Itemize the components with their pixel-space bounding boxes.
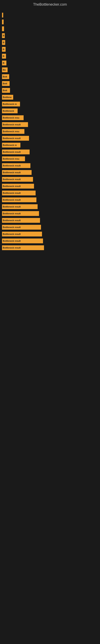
bar-3 [2, 26, 4, 31]
bar-20: Bottleneck re [2, 143, 20, 148]
bar-label-9: Bo [3, 69, 6, 71]
bar-13: Bottlene [2, 95, 13, 100]
bar-label-12: Bott [3, 89, 7, 92]
bar-24: Bottleneck result [2, 170, 32, 175]
bar-row: Bottleneck result [2, 163, 98, 168]
bar-row: Bottleneck result [2, 238, 98, 244]
bar-label-18: Bottleneck resu [3, 130, 19, 132]
bar-5: B [2, 40, 5, 45]
bar-row: B [2, 53, 98, 59]
bar-12: Bott [2, 88, 10, 93]
bar-35: Bottleneck result [2, 245, 44, 250]
bar-23: Bottleneck result [2, 163, 30, 168]
bar-row: Bottleneck result [2, 218, 98, 223]
bar-row: Bottleneck result [2, 211, 98, 216]
bar-row: Bottleneck result [2, 149, 98, 155]
bar-row: Bottleneck resu [2, 128, 98, 134]
bar-label-14: Bottleneck re [3, 103, 17, 105]
bar-label-10: Bott [3, 76, 7, 78]
bar-row: Bott [2, 88, 98, 93]
bar-9: Bo [2, 68, 8, 72]
bar-label-23: Bottleneck result [3, 164, 21, 167]
bar-28: Bottleneck result [2, 198, 36, 202]
bar-row [2, 19, 98, 25]
bar-label-13: Bottlene [3, 96, 12, 98]
bar-row: Bottleneck result [2, 183, 98, 189]
bar-10: Bott [2, 74, 9, 79]
bar-label-8: B [3, 62, 4, 64]
bar-row: Bottleneck re [2, 101, 98, 107]
bar-label-24: Bottleneck result [3, 171, 21, 174]
bar-row: Bott [2, 74, 98, 80]
bar-label-28: Bottleneck result [3, 199, 21, 201]
bar-label-27: Bottleneck result [3, 192, 21, 194]
bar-label-34: Bottleneck result [3, 240, 21, 242]
bars-container: BBBBBBoBottBottBottBottleneBottleneck re… [0, 8, 100, 254]
bar-row: B [2, 46, 98, 52]
bar-row: Bottlene [2, 94, 98, 100]
bar-label-29: Bottleneck result [3, 206, 21, 208]
bar-label-4: B [3, 34, 4, 37]
bar-16: Bottleneck resu [2, 115, 24, 120]
bar-4: B [2, 33, 5, 38]
bar-row: Bottleneck result [2, 245, 98, 250]
bar-label-5: B [3, 41, 4, 44]
bar-label-22: Bottleneck resu [3, 158, 19, 160]
bar-14: Bottleneck re [2, 102, 20, 106]
bar-21: Bottleneck result [2, 150, 30, 154]
bar-label-7: B [3, 55, 4, 57]
bar-label-16: Bottleneck resu [3, 116, 19, 119]
bar-row: Bottleneck result [2, 224, 98, 230]
bar-row: Bottleneck result [2, 176, 98, 182]
bar-row: Bo [2, 67, 98, 73]
bar-7: B [2, 54, 6, 58]
bar-row: Bottleneck resu [2, 115, 98, 120]
bar-row: Bottleneck result [2, 231, 98, 237]
bar-row: Bottleneck result [2, 190, 98, 196]
bar-label-31: Bottleneck result [3, 219, 21, 222]
bar-label-11: Bott [3, 82, 7, 85]
bar-33: Bottleneck result [2, 232, 42, 236]
site-title: TheBottlenecker.com [0, 0, 100, 8]
bar-row: Bottleneck result [2, 170, 98, 175]
bar-18: Bottleneck resu [2, 129, 24, 134]
bar-1 [2, 13, 3, 18]
bar-row: Bott [2, 81, 98, 86]
bar-label-19: Bottleneck result [3, 137, 21, 140]
bar-label-17: Bottleneck result [3, 123, 21, 126]
bar-row: Bottleneck result [2, 122, 98, 128]
bar-label-35: Bottleneck result [3, 246, 21, 249]
bar-27: Bottleneck result [2, 190, 36, 196]
bar-row: B [2, 60, 98, 66]
bar-25: Bottleneck result [2, 177, 33, 182]
bar-30: Bottleneck result [2, 211, 39, 216]
bar-row: B [2, 40, 98, 45]
bar-2 [2, 20, 3, 24]
bar-label-20: Bottleneck re [3, 144, 17, 146]
bar-label-6: B [3, 48, 4, 50]
bar-label-26: Bottleneck result [3, 185, 21, 187]
bar-row: Bottleneck resu [2, 156, 98, 162]
bar-label-15: Bottleneck [3, 110, 14, 112]
bar-row: Bottleneck [2, 108, 98, 114]
bar-19: Bottleneck result [2, 136, 29, 141]
bar-34: Bottleneck result [2, 238, 43, 243]
bar-17: Bottleneck result [2, 122, 28, 127]
bar-label-33: Bottleneck result [3, 233, 21, 235]
bar-8: B [2, 60, 6, 66]
bar-32: Bottleneck result [2, 225, 41, 230]
bar-row: Bottleneck re [2, 142, 98, 148]
bar-26: Bottleneck result [2, 184, 34, 188]
bar-29: Bottleneck result [2, 204, 38, 209]
bar-label-32: Bottleneck result [3, 226, 21, 228]
bar-label-21: Bottleneck result [3, 151, 21, 153]
bar-label-25: Bottleneck result [3, 178, 21, 180]
bar-31: Bottleneck result [2, 218, 40, 223]
bar-15: Bottleneck [2, 108, 18, 113]
bar-row: Bottleneck result [2, 204, 98, 210]
bar-row [2, 26, 98, 32]
bar-22: Bottleneck resu [2, 156, 25, 161]
bar-row: Bottleneck result [2, 197, 98, 203]
bar-row: B [2, 33, 98, 38]
bar-row: Bottleneck result [2, 136, 98, 141]
